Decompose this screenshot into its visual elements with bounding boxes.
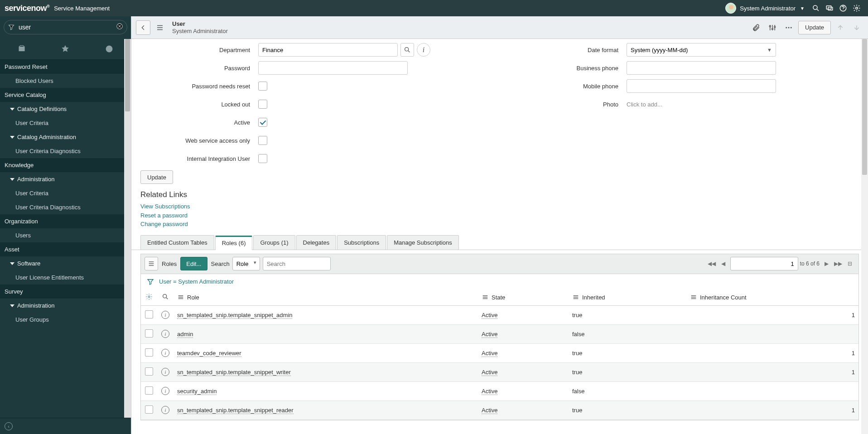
nav-collapse-icon[interactable]: ‹ xyxy=(5,422,13,430)
row-checkbox[interactable] xyxy=(145,348,153,357)
update-button[interactable]: Update xyxy=(798,21,831,34)
clear-filter-icon[interactable] xyxy=(116,23,123,32)
tab[interactable]: Groups (1) xyxy=(253,235,295,250)
nav-module[interactable]: Users xyxy=(0,228,131,242)
col-inheritance-count[interactable]: Inheritance Count xyxy=(686,289,858,306)
info-icon[interactable]: i xyxy=(161,406,169,414)
header-gear[interactable] xyxy=(141,289,157,306)
department-lookup-icon[interactable] xyxy=(400,43,414,57)
last-page-icon[interactable]: ▶▶ xyxy=(833,259,843,269)
role-link[interactable]: sn_templated_snip.template_snippet_reade… xyxy=(177,407,294,414)
state-link[interactable]: Active xyxy=(482,407,497,414)
list-collapse-icon[interactable]: ⊟ xyxy=(845,259,855,269)
role-link[interactable]: sn_templated_snip.template_snippet_admin xyxy=(177,312,292,319)
state-link[interactable]: Active xyxy=(482,388,497,395)
nav-app[interactable]: Survey xyxy=(0,285,131,299)
tab[interactable]: Subscriptions xyxy=(337,235,386,250)
related-link[interactable]: View Subscriptions xyxy=(140,202,859,211)
state-link[interactable]: Active xyxy=(482,331,497,338)
tab[interactable]: Entitled Custom Tables xyxy=(140,235,214,250)
info-icon[interactable]: i xyxy=(161,349,169,357)
list-menu-icon[interactable] xyxy=(145,257,158,270)
global-search-icon[interactable] xyxy=(809,1,823,15)
search-input[interactable] xyxy=(263,257,331,270)
nav-scrollbar[interactable] xyxy=(124,39,131,418)
role-link[interactable]: sn_templated_snip.template_snippet_write… xyxy=(177,369,291,376)
role-link[interactable]: security_admin xyxy=(177,388,217,395)
next-page-icon[interactable]: ▶ xyxy=(821,259,831,269)
row-checkbox[interactable] xyxy=(145,405,153,414)
department-info-icon[interactable]: i xyxy=(417,43,430,57)
nav-app[interactable]: Password Reset xyxy=(0,60,131,74)
nav-module[interactable]: User Groups xyxy=(0,313,131,327)
role-link[interactable]: admin xyxy=(177,331,193,338)
nav-tab-favorites[interactable] xyxy=(43,38,87,59)
nav-tab-all[interactable] xyxy=(0,38,43,59)
user-menu[interactable]: System Administrator ▼ xyxy=(721,3,809,14)
col-role[interactable]: Role xyxy=(174,289,478,306)
nav-group[interactable]: Catalog Administration xyxy=(0,130,131,144)
active-checkbox[interactable] xyxy=(258,118,267,127)
nav-group[interactable]: Administration xyxy=(0,299,131,313)
row-checkbox[interactable] xyxy=(145,386,153,395)
state-link[interactable]: Active xyxy=(482,312,497,319)
attachment-icon[interactable] xyxy=(749,21,763,34)
info-icon[interactable]: i xyxy=(161,368,169,376)
nav-module[interactable]: User Criteria Diagnostics xyxy=(0,144,131,158)
nav-module[interactable]: Blocked Users xyxy=(0,74,131,88)
breadcrumb-text[interactable]: User = System Administrator xyxy=(159,278,234,285)
related-link[interactable]: Change password xyxy=(140,220,859,229)
nav-app[interactable]: Service Catalog xyxy=(0,88,131,102)
edit-button[interactable]: Edit... xyxy=(180,257,207,270)
prev-record-icon[interactable] xyxy=(834,21,847,34)
state-link[interactable]: Active xyxy=(482,369,497,376)
prev-page-icon[interactable]: ◀ xyxy=(719,259,728,269)
funnel-icon[interactable] xyxy=(146,278,154,286)
row-checkbox[interactable] xyxy=(145,310,153,318)
header-search-icon[interactable] xyxy=(157,289,174,306)
nav-module[interactable]: User Criteria Diagnostics xyxy=(0,200,131,214)
locked-out-checkbox[interactable] xyxy=(258,100,267,109)
nav-module[interactable]: User Criteria xyxy=(0,116,131,130)
nav-app[interactable]: Asset xyxy=(0,242,131,256)
password-input[interactable] xyxy=(258,61,408,75)
nav-app[interactable]: Knowledge xyxy=(0,158,131,172)
date-format-select[interactable]: System (yyyy-MM-dd)▼ xyxy=(627,43,776,57)
nav-group[interactable]: Administration xyxy=(0,172,131,186)
first-page-icon[interactable]: ◀◀ xyxy=(707,259,717,269)
mobile-phone-input[interactable] xyxy=(627,79,776,93)
gear-icon[interactable] xyxy=(850,1,863,15)
chat-icon[interactable] xyxy=(823,1,836,15)
more-actions-icon[interactable] xyxy=(782,21,796,34)
nav-filter-input[interactable] xyxy=(19,24,112,31)
nav-app[interactable]: Organization xyxy=(0,214,131,228)
nav-tree[interactable]: Password ResetBlocked UsersService Catal… xyxy=(0,60,131,418)
search-field-select[interactable]: Role xyxy=(232,257,260,270)
department-input[interactable] xyxy=(258,43,398,57)
row-checkbox[interactable] xyxy=(145,367,153,376)
nav-group[interactable]: Catalog Definitions xyxy=(0,102,131,116)
password-needs-reset-checkbox[interactable] xyxy=(258,82,267,91)
tab[interactable]: Manage Subscriptions xyxy=(387,235,459,250)
form-menu-icon[interactable] xyxy=(153,21,167,34)
nav-module[interactable]: User License Entitlements xyxy=(0,270,131,285)
nav-group[interactable]: Software xyxy=(0,256,131,270)
photo-add-link[interactable]: Click to add... xyxy=(627,101,662,108)
update-button-bottom[interactable]: Update xyxy=(140,170,173,184)
state-link[interactable]: Active xyxy=(482,350,497,357)
info-icon[interactable]: i xyxy=(161,330,169,338)
help-icon[interactable] xyxy=(836,1,850,15)
row-checkbox[interactable] xyxy=(145,329,153,338)
personalize-icon[interactable] xyxy=(766,21,779,34)
content-scrollbar[interactable] xyxy=(861,39,868,434)
related-link[interactable]: Reset a password xyxy=(140,211,859,220)
page-input[interactable] xyxy=(730,257,798,270)
web-service-checkbox[interactable] xyxy=(258,136,267,145)
next-record-icon[interactable] xyxy=(850,21,863,34)
tab[interactable]: Roles (6) xyxy=(215,236,253,250)
role-link[interactable]: teamdev_code_reviewer xyxy=(177,350,241,357)
info-icon[interactable]: i xyxy=(161,387,169,395)
integration-user-checkbox[interactable] xyxy=(258,154,267,163)
tab[interactable]: Delegates xyxy=(296,235,337,250)
nav-module[interactable]: User Criteria xyxy=(0,186,131,200)
